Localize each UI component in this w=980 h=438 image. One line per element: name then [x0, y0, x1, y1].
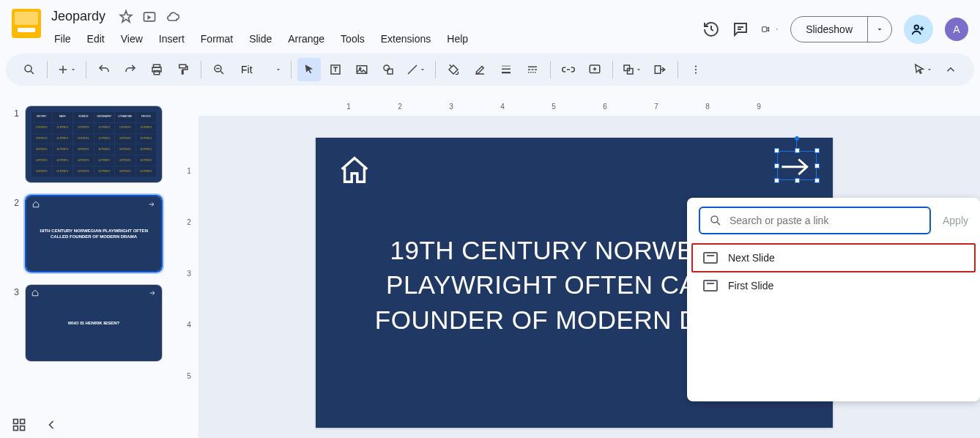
svg-rect-21: [528, 72, 530, 73]
arrange-button[interactable]: [619, 58, 645, 81]
link-option-next-slide[interactable]: Next Slide: [691, 243, 976, 272]
menu-slide[interactable]: Slide: [242, 29, 279, 49]
insert-link-button[interactable]: [557, 58, 580, 81]
new-slide-button[interactable]: [53, 58, 80, 81]
svg-point-32: [711, 216, 718, 223]
svg-point-12: [384, 65, 390, 71]
thumb-text: 19TH CENTURY NORWEGIAN PLAYWRIGHT OFTEN …: [32, 228, 155, 240]
bottom-bar: [9, 415, 62, 435]
slide-icon: [703, 252, 718, 264]
toolbar: Fit: [6, 53, 974, 86]
link-search-field: [699, 207, 931, 234]
menu-view[interactable]: View: [114, 29, 150, 49]
menubar: File Edit View Insert Format Slide Arran…: [47, 27, 697, 49]
slideshow-button[interactable]: Slideshow: [791, 17, 867, 42]
insert-link-popup: Apply Next Slide First Slide: [687, 198, 980, 401]
menu-insert[interactable]: Insert: [152, 29, 192, 49]
cloud-icon[interactable]: [166, 10, 180, 24]
star-icon[interactable]: [119, 10, 133, 24]
chevron-down-icon: [775, 26, 779, 33]
svg-point-30: [695, 69, 697, 70]
grid-view-button[interactable]: [9, 415, 29, 435]
slide-thumbnail-2[interactable]: 19TH CENTURY NORWEGIAN PLAYWRIGHT OFTEN …: [25, 195, 163, 272]
border-weight-button[interactable]: [494, 58, 518, 81]
textbox-button[interactable]: [324, 58, 347, 81]
svg-rect-36: [21, 426, 25, 431]
svg-rect-28: [655, 66, 661, 74]
svg-rect-34: [21, 420, 25, 424]
insert-comment-button[interactable]: [583, 58, 606, 81]
home-icon: [31, 289, 39, 297]
svg-point-31: [695, 72, 697, 73]
line-button[interactable]: [403, 58, 429, 81]
redo-button[interactable]: [119, 58, 142, 81]
svg-rect-19: [532, 69, 534, 70]
slide-thumbnail-1[interactable]: HISTORYMATHSCIENCEGEOGRAPHYLITERATUREPHY…: [25, 105, 163, 183]
comments-icon[interactable]: [732, 21, 749, 38]
undo-button[interactable]: [92, 58, 116, 81]
zoom-level-dropdown[interactable]: Fit: [234, 58, 285, 81]
zoom-level-text: Fit: [237, 64, 257, 75]
search-menus-button[interactable]: [18, 58, 41, 81]
menu-arrange[interactable]: Arrange: [281, 29, 332, 49]
selected-arrow-shape[interactable]: [777, 151, 817, 180]
border-color-button[interactable]: [468, 58, 491, 81]
menu-extensions[interactable]: Extensions: [374, 29, 438, 49]
hide-menus-button[interactable]: [939, 58, 962, 81]
account-avatar[interactable]: A: [945, 18, 968, 41]
menu-edit[interactable]: Edit: [80, 29, 112, 49]
search-icon: [709, 214, 722, 227]
fill-color-button[interactable]: [442, 58, 465, 81]
svg-point-3: [25, 65, 31, 72]
svg-rect-33: [14, 420, 18, 424]
slides-logo[interactable]: [12, 9, 41, 38]
thumb-number: 1: [9, 105, 19, 119]
home-icon[interactable]: [338, 154, 371, 188]
share-button[interactable]: [904, 15, 933, 44]
history-icon[interactable]: [702, 21, 720, 38]
more-button[interactable]: [684, 58, 708, 81]
shape-button[interactable]: [376, 58, 400, 81]
thumb-number: 3: [9, 284, 19, 297]
print-button[interactable]: [145, 58, 168, 81]
link-option-label: First Slide: [728, 280, 773, 292]
menu-format[interactable]: Format: [193, 29, 240, 49]
paint-format-button[interactable]: [171, 58, 195, 81]
svg-rect-7: [179, 64, 186, 68]
border-dash-button[interactable]: [521, 58, 544, 81]
arrow-right-icon: [780, 157, 814, 177]
svg-point-2: [915, 26, 919, 30]
filmstrip: 1 HISTORYMATHSCIENCEGEOGRAPHYLITERATUREP…: [0, 103, 179, 438]
arrow-right-icon: [148, 201, 155, 208]
slide-thumbnail-3[interactable]: WHO IS HENRIK IBSEN?: [25, 284, 163, 362]
apply-link-button[interactable]: Apply: [943, 215, 968, 226]
transition-button[interactable]: [648, 58, 672, 81]
collapse-filmstrip-button[interactable]: [41, 415, 62, 435]
svg-rect-24: [535, 72, 536, 73]
svg-rect-1: [762, 27, 767, 31]
image-button[interactable]: [350, 58, 374, 81]
zoom-button[interactable]: [207, 58, 231, 81]
home-icon: [32, 201, 40, 208]
svg-rect-18: [528, 69, 530, 70]
link-search-input[interactable]: [730, 215, 921, 226]
menu-file[interactable]: File: [47, 29, 78, 49]
vertical-ruler: 12345: [179, 116, 198, 438]
svg-rect-20: [535, 69, 537, 70]
svg-rect-22: [530, 72, 532, 73]
chevron-down-icon: [875, 25, 884, 34]
select-tool[interactable]: [297, 58, 321, 81]
editing-mode-button[interactable]: [910, 58, 936, 81]
move-icon[interactable]: [142, 10, 157, 24]
svg-rect-23: [532, 72, 534, 73]
link-option-first-slide[interactable]: First Slide: [693, 272, 974, 299]
svg-rect-16: [502, 72, 511, 73]
thumb-number: 2: [9, 195, 19, 208]
slideshow-dropdown[interactable]: [867, 17, 891, 42]
meet-button[interactable]: [761, 21, 779, 38]
menu-tools[interactable]: Tools: [333, 29, 372, 49]
thumb-text: WHO IS HENRIK IBSEN?: [68, 320, 119, 326]
document-title[interactable]: Jeopardy: [47, 7, 110, 26]
svg-rect-15: [502, 69, 511, 70]
menu-help[interactable]: Help: [439, 29, 475, 49]
